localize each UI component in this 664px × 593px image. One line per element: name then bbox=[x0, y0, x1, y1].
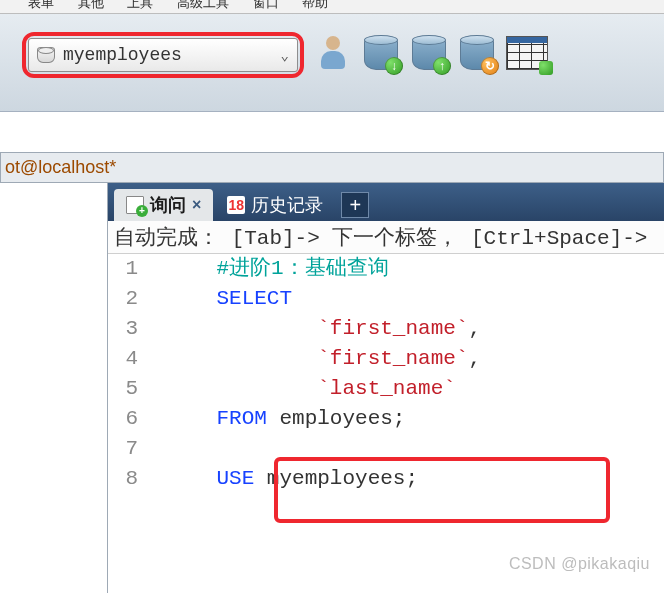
line-number: 6 bbox=[110, 404, 166, 434]
menu-item[interactable]: 表单 bbox=[28, 0, 54, 12]
db-upload-icon[interactable]: ↑ bbox=[410, 34, 448, 72]
code-line[interactable]: 2 SELECT bbox=[110, 284, 664, 314]
code-line[interactable]: 3 `first_name`, bbox=[110, 314, 664, 344]
menu-bar: 表单 其他 上具 高级工具 窗口 帮助 bbox=[0, 0, 664, 14]
code-line[interactable]: 7 bbox=[110, 434, 664, 464]
line-number: 1 bbox=[110, 254, 166, 284]
menu-item[interactable]: 其他 bbox=[78, 0, 104, 12]
code-text: #进阶1：基础查询 bbox=[166, 254, 389, 284]
code-text: SELECT bbox=[166, 284, 292, 314]
connection-label: ot@localhost* bbox=[5, 157, 116, 178]
line-number: 4 bbox=[110, 344, 166, 374]
code-text: FROM employees; bbox=[166, 404, 405, 434]
tab-history-label: 历史记录 bbox=[251, 193, 323, 217]
line-number: 8 bbox=[110, 464, 166, 494]
code-line[interactable]: 1 #进阶1：基础查询 bbox=[110, 254, 664, 284]
line-number: 5 bbox=[110, 374, 166, 404]
code-text: `first_name`, bbox=[166, 344, 481, 374]
connection-tab[interactable]: ot@localhost* bbox=[0, 152, 664, 182]
menu-item[interactable]: 窗口 bbox=[253, 0, 279, 12]
code-line[interactable]: 6 FROM employees; bbox=[110, 404, 664, 434]
code-line[interactable]: 5 `last_name` bbox=[110, 374, 664, 404]
database-icon bbox=[37, 47, 55, 63]
sql-editor[interactable]: 1 #进阶1：基础查询2 SELECT3 `first_name`,4 `fir… bbox=[108, 254, 664, 593]
menu-item[interactable]: 高级工具 bbox=[177, 0, 229, 12]
code-text: `first_name`, bbox=[166, 314, 481, 344]
toolbar: myemployees ⌄ ↓ ↑ ↻ bbox=[0, 14, 664, 112]
db-refresh-icon[interactable]: ↻ bbox=[458, 34, 496, 72]
query-icon bbox=[126, 196, 144, 214]
editor-pane: 询问 × 18 历史记录 + 自动完成： [Tab]-> 下一个标签， [Ctr… bbox=[108, 182, 664, 593]
db-download-icon[interactable]: ↓ bbox=[362, 34, 400, 72]
watermark: CSDN @pikakaqiu bbox=[509, 555, 650, 573]
tab-history[interactable]: 18 历史记录 bbox=[215, 189, 335, 221]
calendar-icon: 18 bbox=[227, 196, 245, 214]
autocomplete-hint: 自动完成： [Tab]-> 下一个标签， [Ctrl+Space]-> bbox=[108, 221, 664, 254]
menu-item[interactable]: 上具 bbox=[127, 0, 153, 12]
highlight-box-db: myemployees ⌄ bbox=[22, 32, 304, 78]
database-selector-value: myemployees bbox=[63, 45, 273, 65]
spacer bbox=[0, 112, 664, 152]
user-icon[interactable] bbox=[314, 34, 352, 72]
code-text: `last_name` bbox=[166, 374, 456, 404]
line-number: 2 bbox=[110, 284, 166, 314]
line-number: 7 bbox=[110, 434, 166, 464]
tab-query[interactable]: 询问 × bbox=[114, 189, 213, 221]
chevron-down-icon: ⌄ bbox=[281, 47, 289, 64]
object-browser[interactable] bbox=[0, 182, 108, 593]
code-line[interactable]: 8 USE myemployees; bbox=[110, 464, 664, 494]
code-line[interactable]: 4 `first_name`, bbox=[110, 344, 664, 374]
add-tab-button[interactable]: + bbox=[341, 192, 369, 218]
close-icon[interactable]: × bbox=[192, 196, 201, 214]
editor-tab-strip: 询问 × 18 历史记录 + bbox=[108, 183, 664, 221]
grid-icon[interactable] bbox=[506, 36, 548, 70]
tab-query-label: 询问 bbox=[150, 193, 186, 217]
line-number: 3 bbox=[110, 314, 166, 344]
database-selector[interactable]: myemployees ⌄ bbox=[28, 38, 298, 72]
code-text: USE myemployees; bbox=[166, 464, 418, 494]
menu-item[interactable]: 帮助 bbox=[302, 0, 328, 12]
